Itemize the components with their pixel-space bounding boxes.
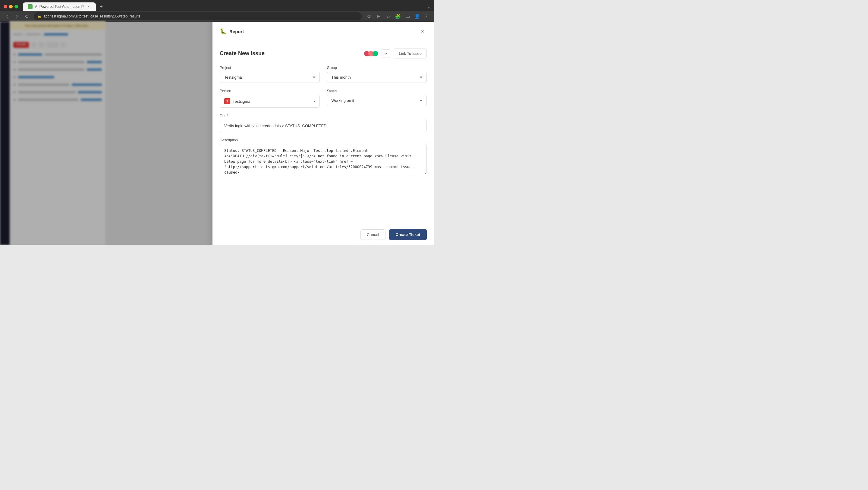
- form-title: Create New Issue: [220, 50, 265, 57]
- chevron-down-icon: [384, 53, 387, 55]
- group-label: Group: [327, 66, 427, 70]
- tab-label: AI Powered Test Automation P: [35, 4, 84, 9]
- dialog-footer: Cancel Create Ticket: [213, 224, 434, 245]
- report-icon: 🐛: [220, 28, 226, 35]
- description-label: Description: [220, 138, 427, 142]
- profile-button[interactable]: 👤: [413, 13, 421, 20]
- cancel-button[interactable]: Cancel: [361, 229, 385, 240]
- monday-dot-green: [373, 51, 378, 56]
- close-window-button[interactable]: [4, 5, 7, 8]
- browser-chrome: T AI Powered Test Automation P × + ⌄ ‹ ›…: [0, 0, 434, 22]
- extensions-button[interactable]: ⚙: [365, 13, 373, 20]
- project-select[interactable]: Testsigma: [220, 72, 320, 83]
- form-header: Create New Issue Link To Issue: [220, 49, 427, 58]
- more-options-button[interactable]: ⋮: [423, 13, 430, 20]
- close-dialog-button[interactable]: ×: [418, 27, 427, 36]
- title-label: Title*: [220, 114, 427, 118]
- url-input[interactable]: 🔒 app.testsigma.com/ui/td/test_case_resu…: [34, 12, 362, 20]
- browser-menu-button[interactable]: ⌄: [427, 4, 430, 9]
- tab-close-button[interactable]: ×: [86, 4, 91, 9]
- url-text: app.testsigma.com/ui/td/test_case_result…: [43, 14, 141, 19]
- required-star: *: [227, 114, 228, 118]
- project-group: Project Testsigma: [220, 66, 320, 83]
- traffic-lights: [4, 5, 18, 8]
- person-select[interactable]: T Testsigma ▾: [220, 95, 320, 108]
- status-label: Status: [327, 89, 427, 93]
- project-label: Project: [220, 66, 320, 70]
- title-input[interactable]: [220, 120, 427, 132]
- minimize-window-button[interactable]: [9, 5, 13, 8]
- group-select[interactable]: This month: [327, 72, 427, 83]
- dialog-title: Report: [229, 29, 418, 34]
- title-group: Title*: [220, 114, 427, 132]
- form-header-right: Link To Issue: [364, 49, 427, 58]
- dialog-header: 🐛 Report ×: [213, 22, 434, 41]
- address-bar: ‹ › ↻ 🔒 app.testsigma.com/ui/td/test_cas…: [0, 11, 434, 22]
- link-to-issue-button[interactable]: Link To Issue: [394, 49, 427, 58]
- person-avatar: T: [224, 98, 230, 104]
- status-select[interactable]: Working on it: [327, 95, 427, 106]
- forward-button[interactable]: ›: [13, 13, 21, 20]
- integration-dropdown-button[interactable]: [381, 50, 390, 58]
- description-group: Description Status: STATUS_COMPLETED Rea…: [220, 138, 427, 174]
- maximize-window-button[interactable]: [14, 5, 18, 8]
- person-label: Person: [220, 89, 320, 93]
- dialog-body: Create New Issue Link To Issue: [213, 41, 434, 224]
- bookmark-button[interactable]: ☆: [384, 13, 392, 20]
- person-value: Testsigma: [233, 99, 250, 104]
- monday-integration-icon: [364, 51, 378, 56]
- tab-bar: T AI Powered Test Automation P × + ⌄: [0, 0, 434, 11]
- sidebar-button[interactable]: ▭: [404, 13, 411, 20]
- person-group: Person T Testsigma ▾: [220, 89, 320, 108]
- main-content: Your trial period will expire in 5 days.…: [0, 22, 434, 245]
- tab-favicon-icon: T: [28, 4, 33, 9]
- new-tab-button[interactable]: +: [97, 2, 105, 11]
- description-textarea[interactable]: Status: STATUS_COMPLETED Reason: Major T…: [220, 144, 427, 174]
- back-button[interactable]: ‹: [4, 13, 11, 20]
- lock-icon: 🔒: [37, 14, 41, 19]
- form-grid: Project Testsigma Group This month Perso…: [220, 66, 427, 108]
- extensions-icon[interactable]: 🧩: [394, 13, 401, 20]
- browser-actions: ⚙ ⊞ ☆ 🧩 ▭ 👤 ⋮: [365, 13, 430, 20]
- report-dialog: 🐛 Report × Create New Issue: [213, 22, 434, 245]
- active-tab[interactable]: T AI Powered Test Automation P ×: [23, 2, 96, 11]
- status-group: Status Working on it: [327, 89, 427, 108]
- create-ticket-button[interactable]: Create Ticket: [389, 229, 427, 240]
- split-view-button[interactable]: ⊞: [375, 13, 382, 20]
- person-chevron-icon: ▾: [313, 99, 315, 103]
- group-group: Group This month: [327, 66, 427, 83]
- reload-button[interactable]: ↻: [23, 13, 30, 20]
- nav-buttons: ‹ › ↻: [4, 13, 30, 20]
